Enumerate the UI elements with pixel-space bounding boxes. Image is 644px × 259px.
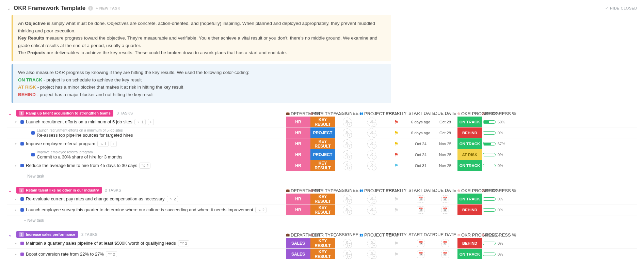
add-column-button[interactable]: ⊕ (506, 111, 517, 116)
team-placeholder[interactable] (367, 239, 376, 248)
priority-flag-icon[interactable]: ⚑ (394, 119, 399, 125)
priority-flag-icon[interactable]: ⚑ (394, 152, 399, 157)
team-placeholder[interactable] (367, 128, 376, 137)
new-task-button[interactable]: + New task (7, 171, 637, 180)
date-placeholder-icon[interactable]: 📅 (441, 195, 449, 203)
department-tag[interactable]: SALES (286, 249, 310, 259)
team-placeholder[interactable] (367, 139, 376, 148)
date-value[interactable]: Oct 24 (415, 142, 426, 146)
subtask-count-button[interactable]: ⌥2 (167, 196, 178, 202)
task-title[interactable]: Boost conversion rate from 22% to 27% (26, 252, 104, 257)
priority-flag-icon[interactable]: ⚑ (394, 141, 399, 147)
group-toggle-icon[interactable]: ⌄ (7, 231, 13, 238)
okr-progress-tag[interactable]: ON TRACK (457, 194, 482, 204)
subtask-count-button[interactable]: ⌥2 (139, 163, 150, 169)
team-placeholder[interactable] (367, 118, 376, 126)
priority-flag-icon[interactable]: ⚑ (394, 241, 399, 246)
new-task-button[interactable]: + NEW TASK (96, 6, 120, 10)
assignee-placeholder[interactable] (343, 239, 352, 248)
okr-progress-tag[interactable]: ON TRACK (457, 138, 482, 149)
progress-pct[interactable]: 67% (482, 142, 506, 146)
caret-icon[interactable]: ▾ (15, 120, 18, 124)
date-placeholder-icon[interactable]: 📅 (417, 240, 424, 247)
date-placeholder-icon[interactable]: 📅 (441, 206, 449, 214)
status-square[interactable] (31, 131, 35, 135)
okr-type-tag[interactable]: KEY RESULT (310, 160, 335, 171)
date-value[interactable]: Oct 28 (439, 131, 451, 135)
date-value[interactable]: Nov 25 (439, 142, 451, 146)
department-tag[interactable]: HR (286, 138, 310, 149)
okr-type-tag[interactable]: PROJECT (310, 149, 335, 160)
status-square[interactable] (20, 208, 24, 212)
task-title[interactable]: Launch employee survey this quarter to d… (26, 207, 253, 212)
priority-flag-icon[interactable]: ⚑ (394, 252, 399, 257)
subtask-count-button[interactable]: ⌥2 (106, 251, 117, 257)
task-title[interactable]: Maintain a quarterly sales pipeline of a… (26, 241, 176, 246)
caret-icon[interactable]: ▸ (15, 253, 18, 256)
date-value[interactable]: Oct 31 (415, 164, 426, 168)
okr-progress-tag[interactable]: ON TRACK (457, 249, 482, 259)
okr-type-tag[interactable]: KEY RESULT (310, 249, 335, 259)
assignee-placeholder[interactable] (343, 195, 352, 203)
department-tag[interactable]: HR (286, 160, 310, 171)
task-title[interactable]: Reduce the average time to hire from 45 … (26, 163, 137, 168)
okr-type-tag[interactable]: KEY RESULT (310, 238, 335, 248)
priority-flag-icon[interactable]: ⚑ (394, 207, 399, 213)
okr-progress-tag[interactable]: BEHIND (457, 204, 482, 215)
task-title[interactable]: Re-evaluate current pay rates and change… (26, 196, 165, 201)
okr-type-tag[interactable]: PROJECT (310, 127, 335, 138)
hide-closed-button[interactable]: ✓ HIDE CLOSED (605, 6, 637, 11)
group-toggle-icon[interactable]: ⌄ (7, 187, 13, 194)
okr-progress-tag[interactable]: ON TRACK (457, 117, 482, 127)
status-square[interactable] (20, 164, 24, 167)
status-square[interactable] (20, 197, 24, 201)
team-placeholder[interactable] (367, 150, 376, 159)
progress-pct[interactable]: 50% (482, 120, 506, 124)
progress-pct[interactable]: 0% (482, 208, 506, 212)
assignee-placeholder[interactable] (343, 161, 352, 170)
date-value[interactable]: Nov 25 (439, 153, 451, 157)
progress-pct[interactable]: 0% (482, 131, 506, 135)
department-tag[interactable]: HR (286, 149, 310, 160)
caret-icon[interactable]: ▸ (15, 208, 18, 212)
department-tag[interactable]: HR (286, 127, 310, 138)
date-placeholder-icon[interactable]: 📅 (417, 250, 424, 258)
priority-flag-icon[interactable]: ⚑ (394, 163, 399, 168)
assignee-placeholder[interactable] (343, 205, 352, 214)
date-placeholder-icon[interactable]: 📅 (417, 195, 424, 203)
okr-type-tag[interactable]: KEY RESULT (310, 138, 335, 149)
progress-pct[interactable]: 0% (482, 241, 506, 245)
okr-progress-tag[interactable]: BEHIND (457, 238, 482, 248)
okr-progress-tag[interactable]: AT RISK (457, 149, 482, 160)
date-placeholder-icon[interactable]: 📅 (441, 240, 449, 247)
date-value[interactable]: Oct 28 (439, 120, 451, 124)
subtask-count-button[interactable]: ⌥2 (255, 207, 267, 213)
department-tag[interactable]: HR (286, 204, 310, 215)
info-icon[interactable]: i (88, 6, 93, 11)
date-value[interactable]: 6 days ago (411, 131, 430, 135)
caret-icon[interactable]: ▸ (15, 164, 18, 167)
date-placeholder-icon[interactable]: 📅 (417, 206, 424, 214)
progress-pct[interactable]: 0% (482, 164, 506, 168)
date-value[interactable]: Oct 24 (415, 153, 426, 157)
department-tag[interactable]: SALES (286, 238, 310, 248)
progress-pct[interactable]: 0% (482, 153, 506, 157)
assignee-placeholder[interactable] (343, 250, 352, 259)
progress-pct[interactable]: 0% (482, 197, 506, 201)
add-column-button[interactable]: ⊕ (506, 232, 517, 237)
okr-type-tag[interactable]: KEY RESULT (310, 204, 335, 215)
objective-pill[interactable]: 2 Retain talent like no other in our ind… (16, 187, 102, 194)
group-toggle-icon[interactable]: ⌄ (7, 110, 13, 117)
status-square[interactable] (20, 242, 24, 245)
caret-icon[interactable]: ▾ (15, 142, 18, 146)
subtask-count-button[interactable]: ⌥2 (178, 240, 189, 246)
progress-pct[interactable]: 0% (482, 252, 506, 256)
objective-pill[interactable]: 1 Ramp up talent acquisition to strength… (16, 110, 113, 117)
subtask-count-button[interactable]: ⌥1 (134, 119, 146, 125)
status-square[interactable] (31, 153, 35, 156)
caret-icon[interactable]: ▸ (15, 242, 18, 245)
status-square[interactable] (20, 120, 24, 124)
priority-flag-icon[interactable]: ⚑ (394, 130, 399, 136)
okr-type-tag[interactable]: KEY RESULT (310, 194, 335, 204)
date-placeholder-icon[interactable]: 📅 (441, 250, 449, 258)
